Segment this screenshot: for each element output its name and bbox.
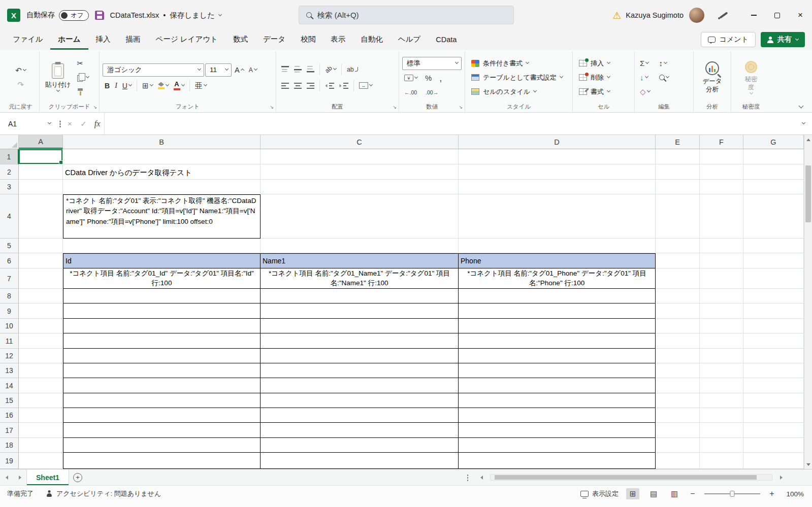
ribbon-tab-表示[interactable]: 表示 bbox=[323, 30, 353, 50]
user-name[interactable]: Kazuya Sugimoto bbox=[626, 11, 684, 19]
cell-C6[interactable]: Name1 bbox=[261, 253, 459, 268]
sheet-nav-left-button[interactable] bbox=[0, 469, 13, 485]
cell-G5[interactable] bbox=[743, 239, 804, 253]
cell-B19[interactable] bbox=[63, 453, 261, 469]
cell-A19[interactable] bbox=[19, 453, 63, 469]
cell-B2[interactable]: CData Driver からのデータ取得テスト bbox=[63, 164, 261, 180]
bold-button[interactable]: B bbox=[103, 80, 112, 92]
column-header-D[interactable]: D bbox=[459, 135, 656, 149]
cell-C15[interactable] bbox=[261, 393, 459, 408]
increase-decimal-button[interactable]: ←.00 bbox=[402, 86, 419, 98]
align-middle-button[interactable] bbox=[292, 63, 304, 76]
decrease-decimal-button[interactable]: .00→ bbox=[424, 86, 440, 98]
row-header-13[interactable]: 13 bbox=[0, 363, 19, 378]
cell-F1[interactable] bbox=[700, 149, 743, 164]
search-box[interactable] bbox=[299, 6, 514, 24]
horizontal-scrollbar[interactable] bbox=[490, 474, 772, 481]
cell-F19[interactable] bbox=[700, 453, 743, 469]
view-page-layout-button[interactable]: ▤ bbox=[647, 488, 660, 499]
align-top-button[interactable] bbox=[279, 63, 291, 76]
cell-C17[interactable] bbox=[261, 423, 459, 438]
row-header-7[interactable]: 7 bbox=[0, 268, 19, 289]
row-header-18[interactable]: 18 bbox=[0, 438, 19, 453]
cell-G9[interactable] bbox=[743, 303, 804, 319]
row-header-5[interactable]: 5 bbox=[0, 239, 19, 253]
cell-A6[interactable] bbox=[19, 253, 63, 268]
zoom-out-button[interactable]: − bbox=[689, 489, 697, 498]
cell-E8[interactable] bbox=[656, 289, 700, 303]
cell-C4[interactable] bbox=[261, 194, 459, 239]
cell-D16[interactable] bbox=[459, 408, 656, 423]
warning-icon[interactable]: ⚠ bbox=[612, 11, 621, 20]
autosum-button[interactable]: Σ bbox=[638, 57, 652, 70]
hscroll-right-button[interactable] bbox=[774, 476, 788, 480]
merge-center-button[interactable]: ↔ bbox=[357, 80, 374, 92]
cell-D6[interactable]: Phone bbox=[459, 253, 656, 268]
cell-G2[interactable] bbox=[743, 164, 804, 180]
cell-D18[interactable] bbox=[459, 438, 656, 453]
cell-A15[interactable] bbox=[19, 393, 63, 408]
insert-cells-button[interactable]: 挿入 bbox=[576, 57, 613, 70]
font-size-combo[interactable]: 11 bbox=[205, 63, 232, 77]
cell-B12[interactable] bbox=[63, 349, 261, 363]
cell-C14[interactable] bbox=[261, 378, 459, 393]
cell-E1[interactable] bbox=[656, 149, 700, 164]
accounting-format-button[interactable]: ¥ bbox=[402, 72, 419, 84]
ribbon-tab-挿入[interactable]: 挿入 bbox=[88, 30, 118, 50]
close-button[interactable]: × bbox=[789, 0, 812, 30]
cell-E7[interactable] bbox=[656, 268, 700, 289]
percent-style-button[interactable]: % bbox=[423, 72, 434, 84]
cell-D10[interactable] bbox=[459, 319, 656, 333]
cell-G11[interactable] bbox=[743, 333, 804, 349]
cell-E5[interactable] bbox=[656, 239, 700, 253]
vertical-scrollbar-thumb[interactable] bbox=[805, 165, 811, 222]
cell-E13[interactable] bbox=[656, 363, 700, 378]
minimize-button[interactable] bbox=[742, 0, 765, 30]
cell-F11[interactable] bbox=[700, 333, 743, 349]
save-icon[interactable] bbox=[95, 11, 104, 20]
cell-C7[interactable]: *コネクト項目 名前:"タグ01_Name1" データ:"タグ01" 項目名:"… bbox=[261, 268, 459, 289]
cell-G18[interactable] bbox=[743, 438, 804, 453]
cell-C8[interactable] bbox=[261, 289, 459, 303]
cell-G8[interactable] bbox=[743, 289, 804, 303]
data-analysis-button[interactable]: データ分析 bbox=[699, 59, 726, 96]
row-header-15[interactable]: 15 bbox=[0, 393, 19, 408]
cell-G7[interactable] bbox=[743, 268, 804, 289]
zoom-in-button[interactable]: + bbox=[768, 489, 776, 498]
cell-C9[interactable] bbox=[261, 303, 459, 319]
cell-B13[interactable] bbox=[63, 363, 261, 378]
italic-button[interactable]: I bbox=[113, 80, 119, 92]
ribbon-tab-自動化[interactable]: 自動化 bbox=[353, 30, 391, 50]
format-cells-button[interactable]: 書式 bbox=[576, 85, 613, 98]
cell-B15[interactable] bbox=[63, 393, 261, 408]
cell-E19[interactable] bbox=[656, 453, 700, 469]
clipboard-dialog-launcher[interactable]: ↘ bbox=[93, 105, 97, 110]
zoom-slider-knob[interactable] bbox=[730, 491, 735, 497]
alignment-dialog-launcher[interactable]: ↘ bbox=[393, 105, 397, 110]
column-header-C[interactable]: C bbox=[261, 135, 459, 149]
cell-G4[interactable] bbox=[743, 194, 804, 239]
cell-G3[interactable] bbox=[743, 180, 804, 194]
cell-A14[interactable] bbox=[19, 378, 63, 393]
cell-G13[interactable] bbox=[743, 363, 804, 378]
cell-A13[interactable] bbox=[19, 363, 63, 378]
find-select-button[interactable] bbox=[657, 72, 671, 84]
cell-F16[interactable] bbox=[700, 408, 743, 423]
cell-D8[interactable] bbox=[459, 289, 656, 303]
status-mode[interactable]: 準備完了 bbox=[7, 489, 34, 498]
insert-function-button[interactable]: fx bbox=[90, 113, 104, 134]
ribbon-tab-ホーム[interactable]: ホーム bbox=[50, 30, 88, 50]
cell-C13[interactable] bbox=[261, 363, 459, 378]
cell-C12[interactable] bbox=[261, 349, 459, 363]
ribbon-tab-CData[interactable]: CData bbox=[428, 30, 464, 50]
redo-button[interactable]: ↷ bbox=[15, 79, 26, 91]
sensitivity-button[interactable]: 秘密度 bbox=[741, 59, 761, 96]
ribbon-tab-データ[interactable]: データ bbox=[255, 30, 293, 50]
cell-G15[interactable] bbox=[743, 393, 804, 408]
row-header-14[interactable]: 14 bbox=[0, 378, 19, 393]
cell-E2[interactable] bbox=[656, 164, 700, 180]
row-header-4[interactable]: 4 bbox=[0, 194, 19, 239]
phonetic-guide-button[interactable]: 亜 bbox=[193, 80, 209, 92]
cell-F7[interactable] bbox=[700, 268, 743, 289]
cell-G12[interactable] bbox=[743, 349, 804, 363]
